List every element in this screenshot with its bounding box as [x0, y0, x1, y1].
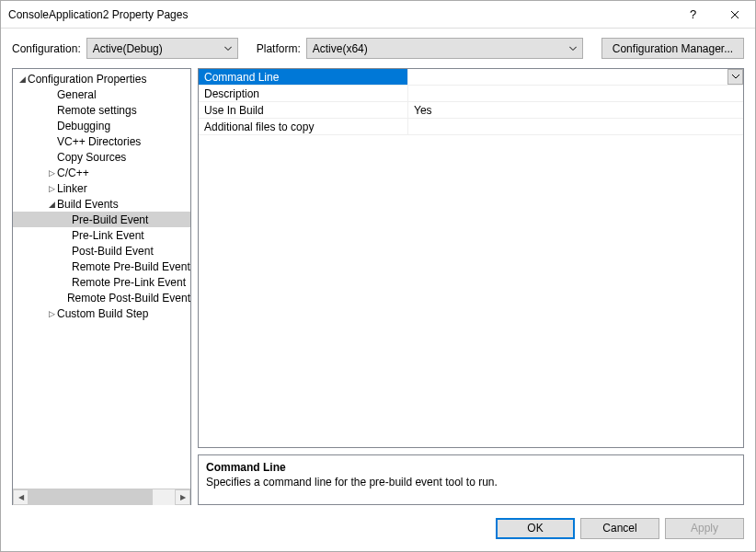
- tree-item[interactable]: Remote settings: [13, 102, 190, 118]
- property-label: Use In Build: [199, 102, 408, 118]
- horizontal-scrollbar[interactable]: ◀ ▶: [13, 489, 190, 504]
- help-icon: ?: [690, 7, 696, 21]
- description-panel: Command Line Specifies a command line fo…: [198, 454, 744, 505]
- tree-item[interactable]: ▷C/C++: [13, 165, 190, 180]
- close-button[interactable]: [714, 1, 755, 28]
- tree-item-label: Linker: [57, 182, 87, 195]
- scroll-track[interactable]: [29, 489, 175, 505]
- chevron-down-icon: [224, 46, 232, 51]
- property-row[interactable]: Command Line: [199, 69, 743, 86]
- tree-item-label: Pre-Link Event: [72, 229, 144, 242]
- tree-root[interactable]: ◢Configuration Properties: [13, 71, 190, 86]
- tree-item[interactable]: VC++ Directories: [13, 133, 190, 149]
- tree-item[interactable]: Pre-Build Event: [13, 212, 190, 227]
- tree-item-label: VC++ Directories: [57, 135, 141, 148]
- platform-combo[interactable]: Active(x64): [306, 38, 583, 59]
- tree-item-label: Pre-Build Event: [72, 213, 148, 226]
- property-label: Command Line: [199, 69, 408, 85]
- configuration-combo[interactable]: Active(Debug): [86, 38, 238, 59]
- config-bar: Configuration: Active(Debug) Platform: A…: [1, 29, 755, 68]
- tree-item[interactable]: ▷Linker: [13, 180, 190, 196]
- window-title: ConsoleApplication2 Property Pages: [8, 8, 672, 21]
- tree-item[interactable]: Copy Sources: [13, 149, 190, 165]
- property-dropdown-button[interactable]: [727, 69, 743, 85]
- tree-item-label: Remote Post-Build Event: [67, 292, 190, 305]
- property-value[interactable]: Yes: [408, 102, 743, 118]
- description-text: Specifies a command line for the pre-bui…: [206, 476, 736, 489]
- property-label: Description: [199, 86, 408, 101]
- property-value[interactable]: [408, 119, 743, 134]
- ok-button[interactable]: OK: [496, 518, 575, 539]
- description-title: Command Line: [206, 461, 736, 474]
- configuration-value: Active(Debug): [93, 42, 163, 55]
- property-row[interactable]: Additional files to copy: [199, 119, 743, 135]
- apply-button[interactable]: Apply: [665, 518, 744, 539]
- platform-label: Platform:: [257, 42, 301, 55]
- scroll-left-button[interactable]: ◀: [13, 489, 29, 505]
- dialog-window: ConsoleApplication2 Property Pages ? Con…: [0, 0, 756, 552]
- expand-icon: ▷: [46, 309, 57, 318]
- tree-item-label: Build Events: [57, 198, 119, 211]
- property-value[interactable]: [408, 86, 743, 101]
- expand-icon: ◢: [46, 200, 57, 209]
- property-tree[interactable]: ◢Configuration PropertiesGeneralRemote s…: [13, 69, 190, 489]
- tree-item-label: C/C++: [57, 167, 89, 179]
- tree-item-label: Post-Build Event: [72, 245, 154, 258]
- tree-item[interactable]: Remote Pre-Build Event: [13, 259, 190, 274]
- close-icon: [730, 10, 739, 19]
- expand-icon: ▷: [46, 184, 57, 193]
- chevron-down-icon: [569, 46, 577, 51]
- property-value[interactable]: [408, 69, 743, 85]
- tree-item[interactable]: Remote Pre-Link Event: [13, 274, 190, 290]
- tree-item-label: Remote settings: [57, 104, 137, 117]
- chevron-down-icon: [732, 75, 739, 79]
- dialog-footer: OK Cancel Apply: [1, 512, 755, 551]
- right-panel: Command LineDescriptionUse In BuildYesAd…: [198, 68, 744, 505]
- tree-item[interactable]: Pre-Link Event: [13, 227, 190, 243]
- tree-item-label: Remote Pre-Link Event: [72, 276, 186, 289]
- platform-value: Active(x64): [313, 42, 368, 55]
- tree-item[interactable]: Debugging: [13, 118, 190, 133]
- tree-item-label: Debugging: [57, 120, 110, 132]
- titlebar: ConsoleApplication2 Property Pages ?: [1, 1, 755, 29]
- tree-item[interactable]: General: [13, 86, 190, 102]
- configuration-label: Configuration:: [12, 42, 81, 55]
- property-row[interactable]: Use In BuildYes: [199, 102, 743, 119]
- tree-item-label: Custom Build Step: [57, 307, 148, 320]
- tree-item[interactable]: ◢Build Events: [13, 196, 190, 212]
- tree-item-label: General: [57, 88, 97, 101]
- help-button[interactable]: ?: [672, 1, 714, 28]
- main-area: ◢Configuration PropertiesGeneralRemote s…: [1, 68, 755, 512]
- expand-icon: ▷: [46, 168, 57, 178]
- tree-item[interactable]: Post-Build Event: [13, 243, 190, 259]
- scroll-thumb[interactable]: [29, 489, 153, 505]
- tree-panel: ◢Configuration PropertiesGeneralRemote s…: [12, 68, 191, 505]
- property-grid: Command LineDescriptionUse In BuildYesAd…: [198, 68, 744, 448]
- property-row[interactable]: Description: [199, 86, 743, 102]
- collapse-icon: ◢: [17, 75, 28, 84]
- tree-item[interactable]: Remote Post-Build Event: [13, 290, 190, 305]
- cancel-button[interactable]: Cancel: [580, 518, 659, 539]
- scroll-right-button[interactable]: ▶: [175, 489, 190, 505]
- configuration-manager-button[interactable]: Configuration Manager...: [601, 38, 744, 59]
- property-label: Additional files to copy: [199, 119, 408, 134]
- tree-item-label: Copy Sources: [57, 151, 126, 164]
- tree-item-label: Remote Pre-Build Event: [72, 260, 190, 273]
- tree-item[interactable]: ▷Custom Build Step: [13, 305, 190, 321]
